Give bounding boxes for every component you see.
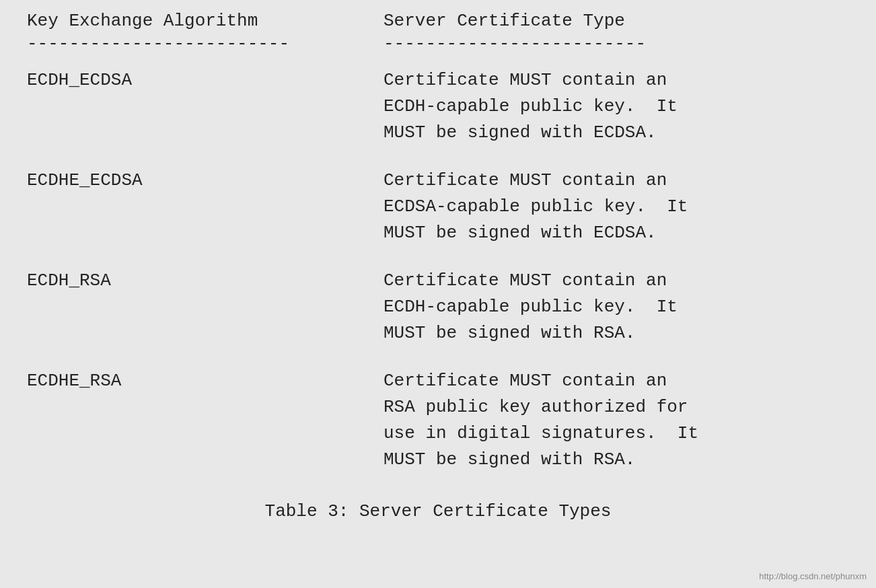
table-row: ECDHE_ECDSA Certificate MUST contain anE…: [27, 168, 849, 246]
key-ecdh-rsa: ECDH_RSA: [27, 268, 384, 346]
col1-divider: -------------------------: [27, 34, 384, 54]
table-row: ECDH_RSA Certificate MUST contain anECDH…: [27, 268, 849, 346]
table-wrapper: Key Exchange Algorithm -----------------…: [27, 11, 849, 575]
value-ecdh-ecdsa: Certificate MUST contain anECDH-capable …: [384, 67, 849, 146]
key-ecdhe-rsa: ECDHE_RSA: [27, 368, 384, 473]
key-ecdh-ecdsa: ECDH_ECDSA: [27, 67, 384, 146]
data-rows: ECDH_ECDSA Certificate MUST contain anEC…: [27, 67, 849, 494]
value-ecdhe-ecdsa: Certificate MUST contain anECDSA-capable…: [384, 168, 849, 246]
value-ecdhe-rsa: Certificate MUST contain anRSA public ke…: [384, 368, 849, 473]
col2-divider: -------------------------: [384, 34, 849, 54]
page-container: Key Exchange Algorithm -----------------…: [0, 0, 876, 588]
col1-header: Key Exchange Algorithm: [27, 11, 384, 31]
watermark: http://blog.csdn.net/phunxm: [759, 571, 867, 581]
col-right-header: Server Certificate Type ----------------…: [384, 11, 849, 54]
table-row: ECDH_ECDSA Certificate MUST contain anEC…: [27, 67, 849, 146]
col-left-header: Key Exchange Algorithm -----------------…: [27, 11, 384, 54]
col2-header: Server Certificate Type: [384, 11, 849, 31]
key-ecdhe-ecdsa: ECDHE_ECDSA: [27, 168, 384, 246]
value-ecdh-rsa: Certificate MUST contain anECDH-capable …: [384, 268, 849, 346]
table-caption: Table 3: Server Certificate Types: [27, 501, 849, 521]
table-row: ECDHE_RSA Certificate MUST contain anRSA…: [27, 368, 849, 473]
header-row: Key Exchange Algorithm -----------------…: [27, 11, 849, 54]
